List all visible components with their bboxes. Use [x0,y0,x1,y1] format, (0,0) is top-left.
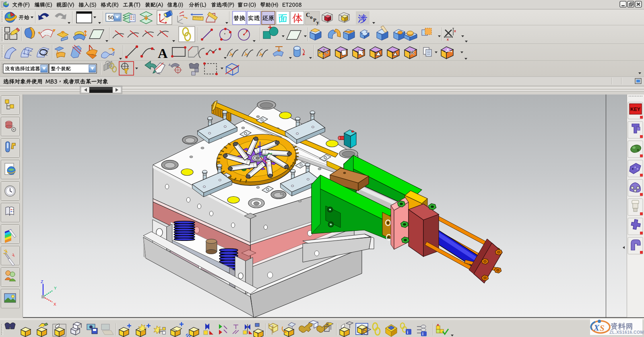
svg-text:Y: Y [54,286,57,291]
svg-text:ZL.XS1616.COM: ZL.XS1616.COM [609,330,644,335]
svg-text:P: P [313,17,316,23]
svg-text:i: i [407,330,408,335]
svg-text:X: X [593,323,600,333]
svg-text:X: X [54,302,56,307]
svg-text:i: i [422,332,423,336]
svg-text:XC: XC [268,164,272,167]
svg-text:50: 50 [108,14,114,21]
svg-text:KEY: KEY [630,107,640,112]
svg-text:x: x [447,47,449,51]
svg-text:ZC: ZC [261,142,265,146]
svg-text:S: S [600,323,605,333]
svg-text:o: o [310,14,313,20]
svg-text:x: x [447,37,449,41]
svg-text:y: y [316,19,319,25]
svg-text:x: x [454,29,456,33]
svg-text:C: C [306,12,310,18]
svg-text:Z: Z [41,279,43,284]
svg-text:A: A [158,46,168,61]
